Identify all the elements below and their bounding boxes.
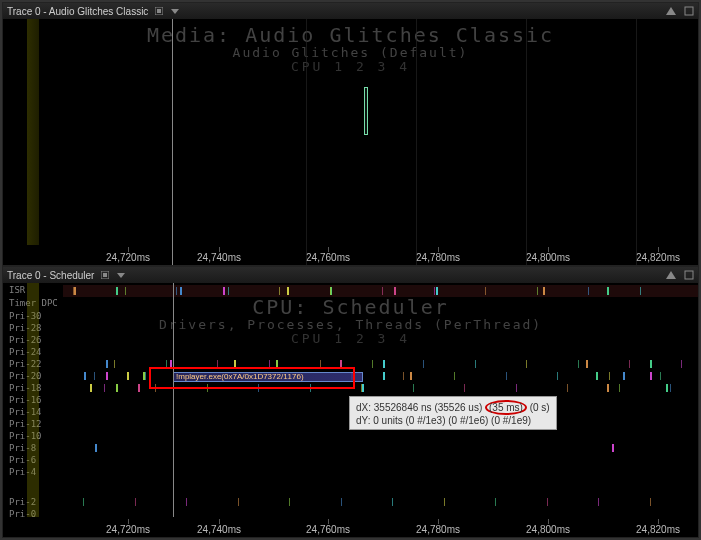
thread-event[interactable] bbox=[623, 372, 625, 380]
thread-event[interactable] bbox=[383, 360, 385, 368]
thread-event[interactable] bbox=[485, 287, 486, 295]
thread-event[interactable] bbox=[116, 287, 118, 295]
thread-event[interactable] bbox=[403, 372, 404, 380]
thread-event[interactable] bbox=[180, 287, 182, 295]
thread-event[interactable] bbox=[464, 384, 465, 392]
thread-event[interactable] bbox=[114, 360, 115, 368]
thread-event[interactable] bbox=[436, 287, 438, 295]
thread-event[interactable] bbox=[341, 498, 342, 506]
thread-event[interactable] bbox=[423, 360, 424, 368]
thread-event[interactable] bbox=[170, 360, 172, 368]
thread-event[interactable] bbox=[650, 372, 652, 380]
thread-event[interactable] bbox=[228, 287, 229, 295]
thread-event[interactable] bbox=[310, 384, 311, 392]
thread-event[interactable] bbox=[106, 372, 108, 380]
selected-thread-span[interactable]: !mplayer.exe(0x7A/0x1D7372/1176) bbox=[173, 372, 363, 382]
thread-event[interactable] bbox=[410, 372, 412, 380]
thread-event[interactable] bbox=[383, 372, 385, 380]
thread-event[interactable] bbox=[607, 384, 609, 392]
panel-dropdown-icon[interactable] bbox=[170, 6, 180, 16]
thread-event[interactable] bbox=[90, 384, 92, 392]
thread-event[interactable] bbox=[543, 287, 545, 295]
thread-event[interactable] bbox=[660, 372, 661, 380]
thread-event[interactable] bbox=[279, 287, 280, 295]
thread-event[interactable] bbox=[526, 360, 527, 368]
thread-event[interactable] bbox=[596, 372, 598, 380]
thread-event[interactable] bbox=[289, 498, 290, 506]
thread-event[interactable] bbox=[516, 384, 517, 392]
thread-event[interactable] bbox=[666, 384, 668, 392]
thread-event[interactable] bbox=[650, 498, 651, 506]
scheduler-chart[interactable]: CPU: Scheduler Drivers, Processes, Threa… bbox=[3, 283, 698, 537]
thread-event[interactable] bbox=[598, 498, 599, 506]
thread-event[interactable] bbox=[495, 498, 496, 506]
thread-event[interactable] bbox=[127, 372, 129, 380]
thread-event[interactable] bbox=[125, 287, 126, 295]
time-cursor[interactable] bbox=[172, 19, 173, 265]
thread-event[interactable] bbox=[83, 498, 84, 506]
thread-event[interactable] bbox=[506, 372, 507, 380]
thread-event[interactable] bbox=[609, 372, 610, 380]
thread-event[interactable] bbox=[475, 360, 476, 368]
thread-event[interactable] bbox=[145, 372, 146, 380]
thread-event[interactable] bbox=[104, 384, 105, 392]
thread-event[interactable] bbox=[537, 287, 538, 295]
panel-dropdown-icon[interactable] bbox=[116, 270, 126, 280]
thread-event[interactable] bbox=[223, 287, 225, 295]
panel-collapse-icon[interactable] bbox=[664, 269, 678, 281]
audio-glitch-marker[interactable] bbox=[364, 87, 368, 135]
thread-event[interactable] bbox=[73, 287, 74, 295]
panel-collapse-icon[interactable] bbox=[664, 5, 678, 17]
thread-event[interactable] bbox=[640, 287, 641, 295]
panel-menu-icon[interactable] bbox=[100, 270, 110, 280]
thread-event[interactable] bbox=[612, 444, 614, 452]
thread-event[interactable] bbox=[547, 498, 548, 506]
thread-event[interactable] bbox=[106, 360, 108, 368]
thread-event[interactable] bbox=[392, 498, 393, 506]
thread-event[interactable] bbox=[94, 372, 95, 380]
thread-event[interactable] bbox=[138, 384, 140, 392]
thread-event[interactable] bbox=[166, 360, 167, 368]
thread-event[interactable] bbox=[394, 287, 396, 295]
thread-event[interactable] bbox=[670, 384, 671, 392]
thread-event[interactable] bbox=[681, 360, 682, 368]
thread-event[interactable] bbox=[217, 360, 218, 368]
thread-event[interactable] bbox=[413, 384, 414, 392]
thread-event[interactable] bbox=[234, 360, 236, 368]
panel-header[interactable]: Trace 0 - Audio Glitches Classic bbox=[3, 3, 698, 19]
thread-event[interactable] bbox=[135, 498, 136, 506]
thread-event[interactable] bbox=[331, 287, 332, 295]
thread-event[interactable] bbox=[340, 360, 342, 368]
thread-event[interactable] bbox=[276, 360, 278, 368]
thread-event[interactable] bbox=[650, 360, 652, 368]
thread-event[interactable] bbox=[619, 384, 620, 392]
thread-event[interactable] bbox=[287, 287, 289, 295]
thread-event[interactable] bbox=[557, 372, 558, 380]
thread-event[interactable] bbox=[372, 360, 373, 368]
audio-glitches-chart[interactable]: Media: Audio Glitches Classic Audio Glit… bbox=[3, 19, 698, 265]
panel-close-icon[interactable] bbox=[682, 269, 696, 281]
thread-event[interactable] bbox=[434, 287, 435, 295]
thread-event[interactable] bbox=[444, 498, 445, 506]
thread-event[interactable] bbox=[95, 444, 97, 452]
thread-event[interactable] bbox=[382, 287, 383, 295]
thread-event[interactable] bbox=[567, 384, 568, 392]
panel-header[interactable]: Trace 0 - Scheduler bbox=[3, 267, 698, 283]
thread-event[interactable] bbox=[269, 360, 270, 368]
panel-menu-icon[interactable] bbox=[154, 6, 164, 16]
thread-event[interactable] bbox=[258, 384, 259, 392]
thread-event[interactable] bbox=[176, 287, 177, 295]
thread-event[interactable] bbox=[84, 372, 86, 380]
thread-event[interactable] bbox=[186, 498, 187, 506]
thread-event[interactable] bbox=[578, 360, 579, 368]
thread-event[interactable] bbox=[361, 384, 362, 392]
thread-event[interactable] bbox=[207, 384, 208, 392]
panel-close-icon[interactable] bbox=[682, 5, 696, 17]
time-cursor[interactable] bbox=[173, 283, 174, 517]
thread-event[interactable] bbox=[320, 360, 321, 368]
thread-event[interactable] bbox=[116, 384, 118, 392]
thread-event[interactable] bbox=[607, 287, 609, 295]
thread-event[interactable] bbox=[629, 360, 630, 368]
thread-event[interactable] bbox=[238, 498, 239, 506]
thread-event[interactable] bbox=[155, 384, 156, 392]
